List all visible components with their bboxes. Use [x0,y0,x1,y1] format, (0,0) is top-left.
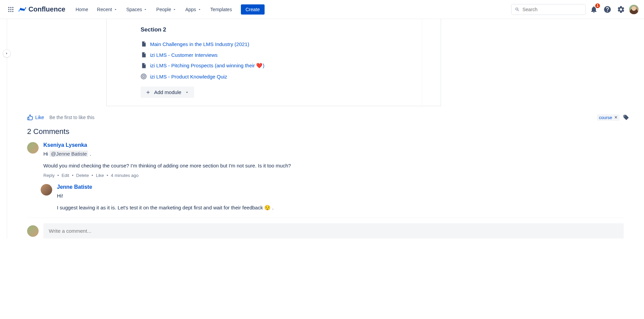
mention[interactable]: @Jenne Batiste [49,151,88,157]
comment-reply: Jenne Batiste Hi! I suggest leaving it a… [41,184,624,211]
brand-link[interactable]: Confluence [18,5,65,14]
create-button[interactable]: Create [241,4,265,15]
chevron-down-icon [198,7,202,12]
search-box[interactable] [511,4,586,15]
comment-actions: Reply Edit Delete Like 4 minutes ago [43,173,624,178]
page-icon [141,41,147,47]
course-section-panel: Section 2 Main Challenges in the LMS Ind… [106,19,441,106]
nav-spaces[interactable]: Spaces [123,5,151,14]
notifications-button[interactable]: 1 [588,4,599,15]
gear-icon [617,5,625,14]
module-item[interactable]: izi LMS - Pitching Prospects (and winnin… [141,60,414,71]
chevron-down-icon [185,90,189,95]
help-button[interactable] [602,4,613,15]
quiz-icon [141,73,147,79]
comment-input-row [27,218,624,238]
sidebar-expand-button[interactable] [3,49,11,58]
chevron-right-icon [5,51,9,55]
nav-people[interactable]: People [153,5,180,14]
nav-home[interactable]: Home [72,5,91,14]
svg-point-4 [10,9,11,10]
notif-badge: 1 [595,3,600,8]
comment-input[interactable] [43,223,624,238]
label-chip[interactable]: course ✕ [597,114,620,121]
module-item-label: izi LMS - Product Knowledge Quiz [150,74,227,79]
primary-nav: Home Recent Spaces People Apps Templates… [72,4,265,15]
like-label: Like [35,115,44,120]
chevron-down-icon [113,7,118,12]
remove-label-icon[interactable]: ✕ [614,115,618,120]
brand-text: Confluence [28,5,65,13]
add-label-icon[interactable] [623,114,629,120]
comment-author[interactable]: Jenne Batiste [57,184,624,190]
add-module-button[interactable]: Add module [141,87,194,98]
current-user-avatar[interactable] [27,225,39,237]
like-button[interactable]: Like [27,114,44,120]
page-icon [141,63,147,69]
nav-templates[interactable]: Templates [207,5,235,14]
svg-point-7 [10,11,11,12]
search-input[interactable] [522,7,582,12]
module-item-label: izi LMS - Pitching Prospects (and winnin… [150,63,264,69]
chevron-down-icon [143,7,147,12]
svg-point-3 [8,9,9,10]
comment-text: Would you mind checking the course? I'm … [43,162,624,170]
thumbs-up-icon [27,114,33,120]
svg-point-8 [12,11,13,12]
search-icon [515,7,520,12]
section-title: Section 2 [141,26,414,33]
comment-avatar[interactable] [27,142,39,154]
reply-link[interactable]: Reply [43,173,55,178]
app-switcher-icon[interactable] [5,4,16,15]
module-item-label: izi LMS - Customer Interviews [150,52,217,58]
module-item[interactable]: Main Challenges in the LMS Industry (202… [141,39,414,49]
settings-button[interactable] [616,4,626,15]
delete-link[interactable]: Delete [76,173,89,178]
nav-apps[interactable]: Apps [182,5,205,14]
svg-point-5 [12,9,13,10]
like-row: Like Be the first to like this course ✕ [27,114,644,120]
edit-link[interactable]: Edit [62,173,69,178]
comment-text: Hi! [57,192,624,200]
comment-text: Hi @Jenne Batiste . [43,150,624,158]
svg-point-2 [12,7,13,8]
help-icon [603,5,611,14]
top-nav: Confluence Home Recent Spaces People App… [0,0,644,19]
nav-right: 1 [511,4,639,15]
like-link[interactable]: Like [96,173,104,178]
page-icon [141,52,147,58]
like-info: Be the first to like this [49,115,95,120]
nav-recent[interactable]: Recent [94,5,121,14]
svg-point-1 [10,7,11,8]
confluence-logo-icon [18,5,26,14]
svg-point-6 [8,11,9,12]
chevron-down-icon [172,7,176,12]
comment-time: 4 minutes ago [111,173,139,178]
heart-icon: ❤️ [256,63,263,68]
module-right-gutter [422,19,441,106]
module-item[interactable]: izi LMS - Customer Interviews [141,49,414,60]
comments-section: 2 Comments Kseniya Lysenka Hi @Jenne Bat… [27,127,624,211]
plus-icon [145,90,151,95]
module-item-label: Main Challenges in the LMS Industry (202… [150,41,249,47]
comment-avatar[interactable] [41,184,52,196]
add-module-label: Add module [154,89,181,95]
svg-point-11 [143,76,144,77]
comments-title: 2 Comments [27,127,624,136]
relieved-emoji-icon: 😌 [264,205,271,210]
profile-avatar[interactable] [629,5,639,14]
comment-author[interactable]: Kseniya Lysenka [43,142,624,148]
module-item[interactable]: izi LMS - Product Knowledge Quiz [141,71,414,82]
comment-text: I suggest leaving it as it is. Let's tes… [57,204,624,212]
comment: Kseniya Lysenka Hi @Jenne Batiste . Woul… [27,142,624,178]
svg-point-0 [8,7,9,8]
